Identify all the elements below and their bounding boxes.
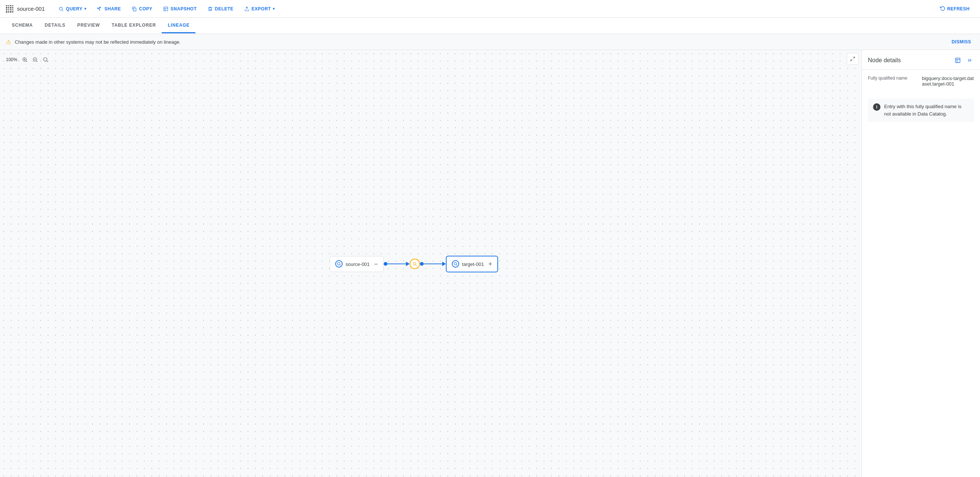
source-collapse-button[interactable]: −: [374, 260, 378, 268]
svg-line-21: [456, 265, 457, 266]
svg-point-0: [59, 7, 62, 10]
snapshot-button[interactable]: SNAPSHOT: [158, 4, 201, 14]
zoom-level: 100%: [6, 57, 19, 62]
info-icon: i: [873, 103, 880, 111]
connector-1: [383, 262, 409, 266]
query-icon: [58, 6, 64, 12]
info-text: Entry with this fully qualified name is …: [884, 103, 969, 117]
zoom-reset-button[interactable]: [41, 55, 50, 64]
share-icon: [97, 6, 102, 12]
details-header: Node details: [862, 50, 980, 70]
copy-button[interactable]: COPY: [127, 4, 157, 14]
warning-text: Changes made in other systems may not be…: [15, 39, 945, 45]
connector-dot-1: [383, 262, 387, 266]
dismiss-button[interactable]: DISMISS: [948, 38, 974, 46]
svg-line-15: [851, 59, 852, 61]
details-actions: [953, 56, 974, 65]
app-title: source-001: [6, 5, 45, 13]
fully-qualified-name-value: bigquery:docs-target.dataset.target-001: [922, 75, 974, 87]
intermediate-node[interactable]: [409, 259, 420, 269]
copy-icon: [131, 6, 137, 12]
copy-label: COPY: [139, 6, 153, 11]
query-chevron-icon: ▾: [84, 7, 87, 11]
details-title: Node details: [868, 57, 901, 64]
share-button[interactable]: SHARE: [92, 4, 126, 14]
fully-qualified-name-key: Fully qualified name: [868, 75, 916, 87]
svg-rect-2: [133, 8, 136, 11]
snapshot-label: SNAPSHOT: [170, 6, 197, 11]
source-node-icon: [335, 260, 343, 268]
delete-label: DELETE: [215, 6, 234, 11]
target-expand-button[interactable]: +: [488, 260, 493, 268]
svg-line-19: [415, 265, 416, 266]
refresh-label: REFRESH: [947, 6, 970, 11]
connector-arrow-2: [442, 262, 445, 266]
tab-lineage[interactable]: LINEAGE: [162, 18, 196, 34]
share-label: SHARE: [104, 6, 121, 11]
tab-table-explorer[interactable]: TABLE EXPLORER: [106, 18, 162, 34]
info-box: i Entry with this fully qualified name i…: [868, 99, 974, 122]
export-label: EXPORT: [252, 6, 271, 11]
svg-rect-22: [956, 58, 960, 62]
canvas-area[interactable]: 100%: [0, 50, 862, 477]
snapshot-icon: [163, 6, 169, 12]
grid-icon: [6, 5, 13, 13]
delete-icon: [207, 6, 213, 12]
svg-line-13: [47, 61, 48, 62]
svg-point-16: [337, 263, 340, 265]
svg-point-20: [454, 263, 456, 265]
connector-dot-2: [420, 262, 423, 266]
target-node[interactable]: target-001 +: [445, 255, 498, 272]
details-close-button[interactable]: [965, 56, 974, 65]
refresh-icon: [940, 6, 945, 12]
tab-details[interactable]: DETAILS: [39, 18, 72, 34]
svg-line-1: [62, 10, 63, 11]
connector-line-2: [423, 264, 442, 265]
zoom-controls: 100%: [3, 53, 53, 66]
svg-point-12: [44, 58, 47, 61]
source-node-label: source-001: [346, 261, 370, 266]
target-node-label: target-001: [462, 261, 484, 266]
zoom-out-button[interactable]: [31, 55, 40, 64]
warning-icon: ⚠: [6, 38, 11, 46]
toolbar-actions: QUERY ▾ SHARE COPY: [54, 4, 935, 14]
details-collapse-button[interactable]: [953, 56, 962, 65]
tabs: SCHEMA DETAILS PREVIEW TABLE EXPLORER LI…: [0, 18, 980, 34]
source-node[interactable]: source-001 −: [330, 256, 384, 272]
tab-preview[interactable]: PREVIEW: [72, 18, 106, 34]
fullscreen-button[interactable]: [847, 53, 859, 65]
fully-qualified-name-row: Fully qualified name bigquery:docs-targe…: [868, 75, 974, 87]
query-label: QUERY: [66, 6, 83, 11]
query-button[interactable]: QUERY ▾: [54, 4, 91, 14]
toolbar-right: REFRESH: [935, 3, 974, 14]
node-details-panel: Node details Fu: [862, 50, 980, 477]
zoom-in-button[interactable]: [21, 55, 29, 64]
warning-banner: ⚠ Changes made in other systems may not …: [0, 34, 980, 50]
svg-rect-3: [164, 7, 168, 11]
connector-line-1: [387, 264, 406, 265]
delete-button[interactable]: DELETE: [203, 4, 238, 14]
toolbar: source-001 QUERY ▾ SHARE: [0, 0, 980, 18]
svg-line-14: [853, 57, 854, 59]
svg-line-10: [36, 61, 37, 62]
svg-line-17: [340, 265, 340, 266]
main-content: 100%: [0, 50, 980, 477]
export-icon: [244, 6, 250, 12]
lineage-diagram: source-001 −: [330, 255, 498, 272]
connector-2: [420, 262, 445, 266]
app-title-text: source-001: [17, 6, 45, 12]
refresh-button[interactable]: REFRESH: [935, 3, 974, 14]
details-content: Fully qualified name bigquery:docs-targe…: [862, 70, 980, 99]
target-node-icon: [452, 260, 459, 268]
connector-arrow-1: [406, 262, 409, 266]
export-button[interactable]: EXPORT ▾: [239, 4, 279, 14]
svg-line-6: [26, 61, 27, 62]
tab-schema[interactable]: SCHEMA: [6, 18, 39, 34]
svg-point-18: [413, 263, 415, 265]
export-chevron-icon: ▾: [273, 7, 275, 11]
